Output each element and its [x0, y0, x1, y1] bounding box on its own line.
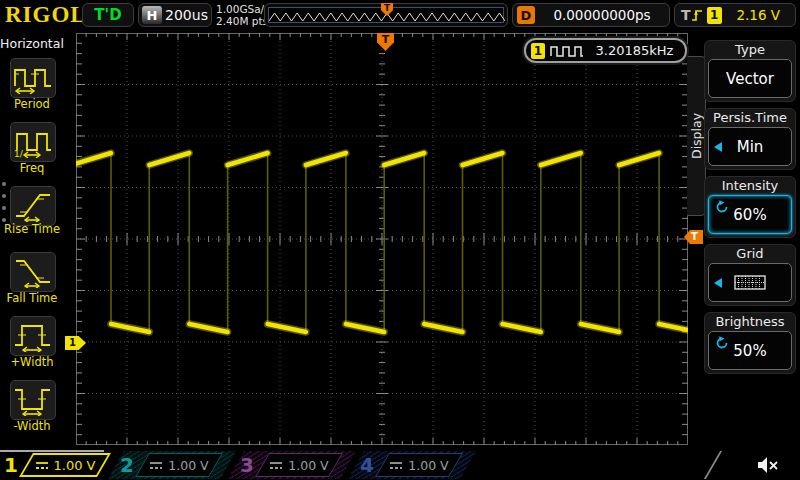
softkey-brightness-value: 50% — [733, 342, 766, 360]
measure-item-plus-width-label: +Width — [0, 355, 64, 369]
rising-edge-icon — [691, 7, 703, 23]
graticule-and-waveform — [76, 33, 688, 445]
period-icon — [13, 62, 53, 94]
trigger-source-badge: 1 — [707, 7, 722, 24]
channel1-highlight-line — [0, 450, 104, 452]
dc-coupling-icon — [269, 461, 283, 470]
frequency-counter: 1 3.20185kHz — [524, 38, 687, 63]
left-arrow-icon — [714, 142, 722, 152]
measure-item-period[interactable] — [10, 58, 56, 98]
measure-item-fall-time-label: Fall Time — [0, 291, 64, 305]
trigger-label: T — [681, 7, 691, 23]
dc-coupling-icon — [149, 461, 163, 470]
measure-item-fall-time[interactable] — [10, 252, 56, 292]
channel2-scale: 1.00 V — [168, 458, 208, 473]
page-indicator-dot — [2, 206, 6, 210]
channel2-scale-box[interactable]: 1.00 V — [135, 453, 223, 477]
minus-width-icon — [13, 384, 53, 416]
softkey-type-label: Type — [705, 41, 795, 58]
rise-time-icon — [13, 190, 53, 222]
measure-item-plus-width[interactable] — [10, 316, 56, 356]
softkey-persistence-value: Min — [737, 138, 764, 156]
measure-item-rise-time[interactable] — [10, 186, 56, 226]
measure-item-minus-width-label: -Width — [0, 419, 64, 433]
measure-item-minus-width[interactable] — [10, 380, 56, 420]
channel3-number[interactable]: 3 — [240, 453, 254, 477]
fall-time-icon — [13, 256, 53, 288]
trigger-readout-box: T 1 2.16 V — [674, 3, 796, 27]
softkey-grid-label: Grid — [705, 245, 795, 262]
rotate-knob-icon — [715, 200, 729, 214]
left-measure-menu: Horizontal Period 1/ Freq — [0, 30, 64, 450]
channel1-scale: 1.00 V — [54, 458, 96, 473]
bottom-bar-divider — [704, 451, 722, 479]
softkey-intensity-value: 60% — [733, 206, 766, 224]
rotate-knob-icon — [715, 336, 729, 350]
page-indicator-dot — [2, 218, 6, 222]
waveform-display-area: T 1 — [64, 30, 700, 450]
trigger-level-value: 2.16 V — [722, 7, 795, 23]
top-status-bar: RIGOL T'D H 200us 1.00GSa/s 2.40M pts T … — [0, 0, 800, 30]
softkey-grid[interactable]: Grid — [704, 244, 796, 306]
left-menu-title: Horizontal — [0, 36, 64, 51]
left-arrow-icon — [714, 278, 722, 288]
trigger-status-text: T'D — [94, 6, 121, 24]
square-wave-icon — [550, 45, 584, 57]
channel3-scale-box[interactable]: 1.00 V — [255, 453, 343, 477]
sample-rate: 1.00GSa/s — [216, 3, 270, 15]
counter-frequency-value: 3.20185kHz — [584, 43, 685, 58]
waveform-preview-bar[interactable]: T — [264, 3, 508, 27]
delay-readout-box: D 0.00000000ps — [512, 3, 670, 27]
measure-item-period-label: Period — [0, 97, 64, 111]
softkey-persistence-label: Persis.Time — [705, 109, 795, 126]
measure-item-freq[interactable]: 1/ — [10, 122, 56, 162]
page-indicator-dot — [2, 194, 6, 198]
softkey-persistence[interactable]: Persis.Time Min — [704, 108, 796, 170]
horizontal-label: H — [142, 6, 162, 24]
measure-item-rise-time-label: Rise Time — [0, 222, 64, 236]
channel1-number[interactable]: 1 — [4, 453, 18, 477]
sound-muted-icon — [756, 454, 780, 476]
channel3-scale: 1.00 V — [288, 458, 328, 473]
counter-source-badge: 1 — [531, 43, 545, 59]
oscilloscope-screen: RIGOL T'D H 200us 1.00GSa/s 2.40M pts T … — [0, 0, 800, 480]
dc-coupling-icon — [389, 461, 403, 470]
softkey-type-value: Vector — [726, 70, 774, 88]
delay-value: 0.00000000ps — [535, 7, 669, 23]
measure-item-freq-label: Freq — [0, 161, 64, 175]
plus-width-icon — [13, 320, 53, 352]
channel4-number[interactable]: 4 — [360, 453, 374, 477]
softkey-brightness-label: Brightness — [705, 313, 795, 330]
dc-coupling-icon — [35, 461, 49, 470]
freq-icon: 1/ — [13, 126, 53, 158]
channel4-scale-box[interactable]: 1.00 V — [375, 453, 463, 477]
softkey-intensity-label: Intensity — [705, 177, 795, 194]
svg-text:1/: 1/ — [14, 149, 24, 158]
softkey-intensity[interactable]: Intensity 60% — [704, 176, 796, 238]
page-indicator-dot — [2, 182, 6, 186]
horizontal-timebase-box[interactable]: H 200us — [138, 3, 212, 27]
timebase-value: 200us — [162, 7, 211, 23]
softkey-brightness[interactable]: Brightness 50% — [704, 312, 796, 374]
delay-label: D — [517, 6, 535, 24]
trigger-status-badge: T'D — [82, 3, 134, 27]
channel-status-bar: 1 1.00 V 2 1.00 V 3 — [0, 450, 800, 480]
grid-icon — [734, 275, 766, 290]
softkey-type[interactable]: Type Vector — [704, 40, 796, 102]
rigol-logo: RIGOL — [5, 2, 87, 28]
right-softkey-menu: Display Type Vector Persis.Time Min Inte… — [700, 30, 800, 450]
channel1-scale-box[interactable]: 1.00 V — [19, 453, 111, 477]
channel4-scale: 1.00 V — [408, 458, 448, 473]
channel2-number[interactable]: 2 — [120, 453, 134, 477]
memory-depth: 2.40M pts — [216, 15, 270, 27]
acquisition-info: 1.00GSa/s 2.40M pts — [216, 3, 270, 27]
